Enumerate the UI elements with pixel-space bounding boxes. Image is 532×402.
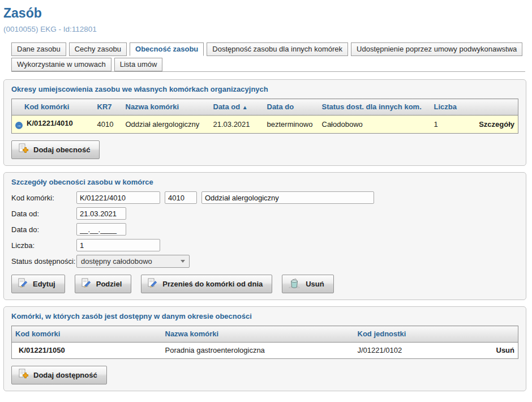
section-periods-title: Okresy umiejscowienia zasobu we własnych… (11, 85, 518, 93)
tab-bar: Dane zasobu Cechy zasobu Obecność zasobu… (11, 42, 525, 72)
kr7-field[interactable] (165, 191, 197, 204)
tab-row-2: Wykorzystanie w umowach Lista umów (11, 58, 525, 71)
tab-cechy-zasobu[interactable]: Cechy zasobu (69, 42, 127, 56)
section-availability: Komórki, w których zasób jest dostępny w… (3, 306, 526, 391)
edit-button[interactable]: Edytuj (11, 275, 65, 293)
page: Zasób (0010055) EKG - Id:112801 Dane zas… (0, 0, 532, 402)
tab-udostepnienie[interactable]: Udostępnienie poprzez umowy podwykonawst… (351, 42, 522, 56)
add-document-icon (17, 369, 29, 382)
col-data-do[interactable]: Data do (264, 99, 319, 116)
trash-icon (288, 277, 301, 290)
cell-data-do: bezterminowo (264, 116, 319, 134)
col-kod-komorki[interactable]: Kod komórki (12, 99, 94, 116)
tab-obecnosc-zasobu[interactable]: Obecność zasobu (130, 42, 204, 56)
cell-kr7: 4010 (94, 116, 122, 134)
delete-button[interactable]: Usuń (282, 275, 334, 293)
liczba-label: Liczba: (11, 241, 76, 250)
periods-table: Kod komórki KR7 Nazwa komórki Data od ▲ … (11, 99, 518, 134)
cell-kod-jednostki: J/01221/0102 (354, 343, 473, 359)
form-row-status: Status dostępności: dostępny całodobowo (11, 255, 518, 268)
col-actions (471, 99, 518, 116)
add-availability-button[interactable]: Dodaj dostępność (11, 366, 107, 384)
nazwa-komorki-field[interactable] (201, 191, 374, 204)
footer: W górę (3, 397, 526, 402)
cell-nazwa-komorki: Poradnia gastroenterologiczna (162, 343, 354, 359)
details-link[interactable]: Szczegóły (471, 116, 518, 134)
cell-kod-komorki: →K/01221/4010 (12, 116, 94, 134)
tab-wykorzystanie-w-umowach[interactable]: Wykorzystanie w umowach (11, 58, 111, 71)
col-kod-komorki[interactable]: Kod komórki (12, 326, 162, 343)
availability-table: Kod komórki Nazwa komórki Kod jednostki … (11, 326, 518, 359)
chevron-down-icon (181, 260, 185, 263)
split-button[interactable]: Podziel (75, 275, 132, 293)
tab-dostepnosc-zasobu[interactable]: Dostępność zasobu dla innych komórek (207, 42, 348, 56)
cell-kod-komorki: K/01221/1050 (12, 343, 162, 359)
status-dostepnosci-select[interactable]: dostępny całodobowo (76, 255, 190, 268)
data-od-label: Data od: (11, 209, 76, 218)
expand-row-icon[interactable]: → (15, 122, 23, 129)
kod-komorki-field[interactable] (76, 191, 160, 204)
data-do-field[interactable] (76, 223, 126, 236)
edit-document-icon (147, 277, 158, 290)
tab-row-1: Dane zasobu Cechy zasobu Obecność zasobu… (11, 42, 525, 56)
edit-document-icon (17, 277, 28, 290)
availability-table-header-row: Kod komórki Nazwa komórki Kod jednostki (12, 326, 518, 343)
status-dostepnosci-label: Status dostępności: (11, 257, 76, 266)
form-row-liczba: Liczba: (11, 239, 518, 251)
page-title: Zasób (3, 6, 526, 21)
tab-lista-umow[interactable]: Lista umów (114, 58, 163, 71)
cell-status: Całodobowo (319, 116, 431, 134)
col-nazwa-komorki[interactable]: Nazwa komórki (122, 99, 210, 116)
table-row: K/01221/1050 Poradnia gastroenterologicz… (12, 343, 518, 359)
edit-document-icon (80, 277, 92, 290)
cell-liczba: 1 (431, 116, 471, 134)
col-kod-jednostki[interactable]: Kod jednostki (354, 326, 473, 343)
section-details-title: Szczegóły obecności zasobu w komórce (11, 178, 518, 186)
periods-table-header-row: Kod komórki KR7 Nazwa komórki Data od ▲ … (12, 99, 518, 116)
liczba-field[interactable] (76, 239, 160, 251)
col-kr7[interactable]: KR7 (94, 99, 122, 116)
remove-availability-link[interactable]: Usuń (473, 343, 518, 359)
page-subtitle: (0010055) EKG - Id:112801 (3, 25, 526, 33)
form-row-data-od: Data od: (11, 207, 518, 220)
cell-nazwa-komorki: Oddział alergologiczny (122, 116, 210, 134)
data-do-label: Data do: (11, 225, 76, 234)
sort-asc-icon: ▲ (242, 104, 248, 110)
table-row: →K/01221/4010 4010 Oddział alergologiczn… (12, 116, 518, 134)
section-details: Szczegóły obecności zasobu w komórce Kod… (3, 172, 526, 300)
form-row-kod-komorki: Kod komórki: (11, 191, 518, 204)
tab-dane-zasobu[interactable]: Dane zasobu (11, 42, 66, 56)
add-document-icon (17, 143, 29, 156)
col-data-od[interactable]: Data od ▲ (210, 99, 264, 116)
kod-komorki-label: Kod komórki: (11, 194, 76, 202)
form-row-data-do: Data do: (11, 223, 518, 236)
cell-data-od: 21.03.2021 (210, 116, 264, 134)
add-presence-button[interactable]: Dodaj obecność (11, 140, 100, 159)
data-od-field[interactable] (76, 207, 126, 220)
section-periods: Okresy umiejscowienia zasobu we własnych… (3, 79, 526, 166)
col-actions (473, 326, 518, 343)
col-liczba[interactable]: Liczba (431, 99, 471, 116)
col-status-dost[interactable]: Status dost. dla innych kom. (319, 99, 431, 116)
col-nazwa-komorki[interactable]: Nazwa komórki (162, 326, 354, 343)
section-availability-title: Komórki, w których zasób jest dostępny w… (11, 312, 518, 320)
move-to-unit-button[interactable]: Przenieś do komórki od dnia (141, 275, 272, 293)
